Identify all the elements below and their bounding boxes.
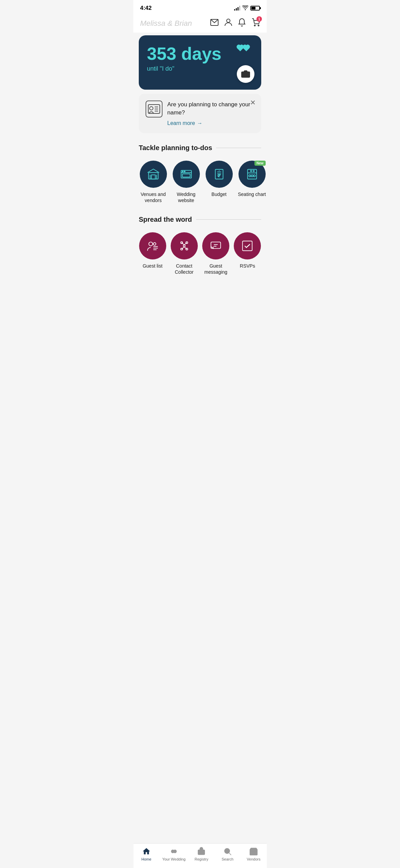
svg-rect-20	[247, 169, 256, 179]
bell-icon[interactable]	[238, 18, 246, 29]
svg-point-26	[153, 242, 156, 245]
planning-item-seating[interactable]: New Seating chart	[237, 161, 266, 203]
spread-label-contact: Contact Collector	[170, 263, 198, 275]
planning-section-divider	[216, 148, 261, 148]
app-header: Melissa & Brian	[133, 14, 267, 33]
svg-point-14	[184, 171, 185, 172]
hearts-icon	[236, 43, 253, 55]
banner-close-button[interactable]: ✕	[250, 99, 256, 106]
spread-item-guestlist[interactable]: Guest list	[139, 232, 166, 275]
spread-item-rsvp[interactable]: RSVPs	[234, 232, 261, 275]
banner-id-icon	[146, 101, 163, 117]
spread-section-divider	[196, 219, 261, 220]
spread-section-title: Spread the word	[139, 216, 192, 223]
planning-grid: Venues and vendors Wedding website	[133, 161, 267, 209]
status-time: 4:42	[140, 5, 152, 12]
battery-icon	[250, 6, 260, 11]
brand-name: Melissa & Brian	[140, 19, 192, 28]
learn-more-link[interactable]: Learn more →	[167, 120, 254, 126]
banner-title: Are you planning to change your name?	[167, 101, 254, 117]
planning-section-title: Tackle planning to-dos	[139, 144, 212, 152]
planning-label-website: Wedding website	[172, 191, 201, 203]
svg-point-1	[227, 19, 230, 22]
svg-point-24	[253, 175, 255, 177]
planning-label-venues: Venues and vendors	[139, 191, 168, 203]
new-badge: New	[254, 161, 266, 166]
svg-point-3	[258, 25, 259, 26]
wifi-icon	[242, 5, 248, 11]
spread-label-messaging: Guest messaging	[202, 263, 230, 275]
spread-section-header: Spread the word	[133, 209, 267, 232]
svg-point-25	[149, 242, 152, 246]
svg-rect-8	[151, 175, 155, 179]
planning-item-venues[interactable]: Venues and vendors	[139, 161, 168, 203]
status-bar: 4:42	[133, 0, 267, 14]
arrow-right-icon: →	[197, 120, 203, 126]
svg-point-30	[183, 245, 185, 247]
svg-point-23	[251, 175, 253, 177]
camera-button[interactable]	[237, 65, 254, 83]
spread-label-rsvp: RSVPs	[240, 263, 255, 269]
banner-card: Are you planning to change your name? Le…	[139, 94, 261, 133]
svg-point-6	[150, 107, 153, 110]
user-icon[interactable]	[225, 18, 232, 29]
spread-item-contact[interactable]: Contact Collector	[170, 232, 198, 275]
planning-section-header: Tackle planning to-dos	[133, 137, 267, 161]
svg-rect-42	[243, 241, 252, 251]
svg-point-4	[244, 73, 247, 76]
countdown-card: 353 days until "I do"	[139, 35, 261, 90]
svg-point-22	[249, 175, 251, 177]
svg-point-2	[254, 25, 255, 26]
spread-item-messaging[interactable]: Guest messaging	[202, 232, 230, 275]
planning-label-seating: Seating chart	[238, 191, 266, 197]
mail-icon[interactable]	[210, 19, 218, 28]
cart-badge: 1	[256, 16, 262, 22]
spread-grid: Guest list Contact Collector	[133, 232, 267, 281]
svg-point-13	[182, 171, 183, 172]
planning-label-budget: Budget	[211, 191, 226, 197]
planning-item-budget[interactable]: Budget	[205, 161, 233, 203]
svg-rect-15	[182, 174, 190, 177]
planning-item-website[interactable]: Wedding website	[172, 161, 201, 203]
spread-label-guestlist: Guest list	[142, 263, 162, 269]
signal-icon	[234, 6, 240, 11]
cart-icon[interactable]: 1	[252, 18, 260, 29]
